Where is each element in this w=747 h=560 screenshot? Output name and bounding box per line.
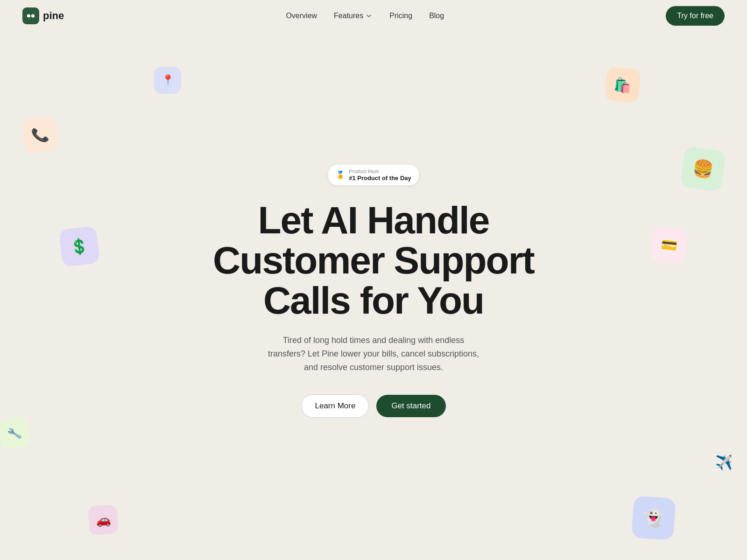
nav-pricing[interactable]: Pricing bbox=[389, 12, 412, 20]
credit-card-icon: 💳 bbox=[650, 226, 688, 264]
badge-emoji: 🏅 bbox=[336, 170, 345, 179]
phone-icon: 📞 bbox=[21, 116, 59, 154]
logo-link[interactable]: pine bbox=[22, 7, 64, 24]
svg-point-2 bbox=[31, 14, 35, 17]
get-started-button[interactable]: Get started bbox=[376, 395, 445, 417]
nav-overview[interactable]: Overview bbox=[286, 12, 317, 20]
nav-features[interactable]: Features bbox=[334, 12, 373, 20]
wrench-icon: 🔧 bbox=[0, 416, 32, 451]
dollar-icon: 💲 bbox=[59, 226, 100, 267]
hero-subtitle: Tired of long hold times and dealing wit… bbox=[266, 334, 481, 374]
logo-text: pine bbox=[43, 10, 64, 22]
ghost-receipt-icon: 👻 bbox=[631, 496, 676, 540]
svg-rect-0 bbox=[22, 7, 39, 24]
food-icon: 🍔 bbox=[680, 146, 726, 192]
hero-section: 📞 📍 🛍️ 🍔 💲 💳 🔧 ✈️ 🚗 👻 🏅 Product Hunt #1 … bbox=[0, 32, 747, 560]
shopping-bag-icon: 🛍️ bbox=[604, 66, 641, 103]
chevron-down-icon bbox=[365, 12, 373, 20]
cta-buttons: Learn More Get started bbox=[301, 394, 445, 418]
plane-icon: ✈️ bbox=[710, 448, 738, 476]
product-hunt-badge: 🏅 Product Hunt #1 Product of the Day bbox=[328, 165, 419, 185]
location-icon: 📍 bbox=[154, 67, 181, 94]
hero-heading: Let AI Handle Customer Support Calls for… bbox=[213, 200, 534, 321]
learn-more-button[interactable]: Learn More bbox=[301, 394, 369, 418]
nav-links: Overview Features Pricing Blog bbox=[286, 12, 444, 20]
svg-point-1 bbox=[27, 14, 30, 17]
badge-title: #1 Product of the Day bbox=[349, 175, 411, 182]
car-icon: 🚗 bbox=[88, 504, 119, 535]
nav-blog[interactable]: Blog bbox=[429, 12, 444, 20]
navbar: pine Overview Features Pricing Blog Try … bbox=[0, 0, 747, 32]
try-for-free-button[interactable]: Try for free bbox=[666, 6, 725, 26]
badge-source: Product Hunt bbox=[349, 168, 411, 175]
